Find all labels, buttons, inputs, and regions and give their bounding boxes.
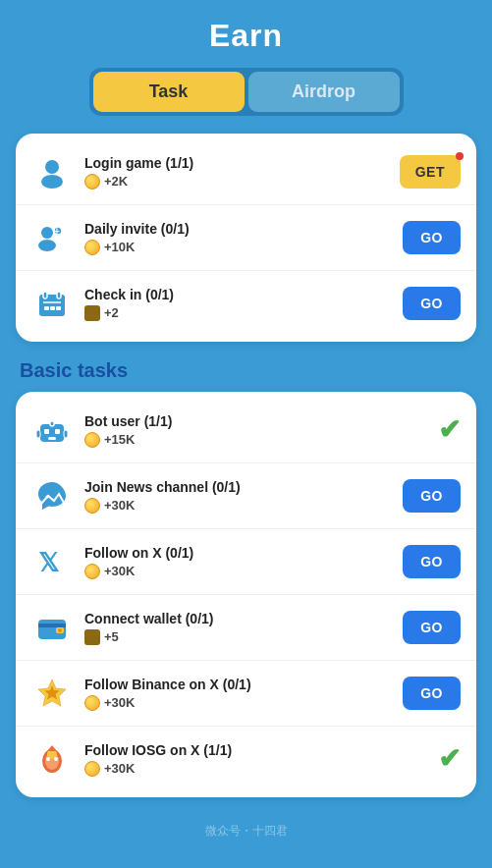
join-news-info: Join News channel (0/1) +30K bbox=[84, 479, 391, 514]
svg-point-2 bbox=[41, 227, 53, 239]
follow-iosg-reward: +30K bbox=[84, 761, 426, 777]
connect-wallet-go-button[interactable]: GO bbox=[403, 611, 461, 644]
check-in-info: Check in (0/1) +2 bbox=[84, 287, 391, 321]
daily-invite-go-button[interactable]: GO bbox=[403, 221, 461, 254]
coin-icon bbox=[84, 174, 100, 190]
bot-user-name: Bot user (1/1) bbox=[84, 413, 426, 429]
svg-point-34 bbox=[54, 757, 58, 761]
join-news-icon bbox=[31, 475, 73, 516]
coin-icon bbox=[84, 761, 100, 777]
svg-rect-20 bbox=[64, 430, 68, 438]
login-game-reward: +2K bbox=[84, 174, 388, 190]
tab-task[interactable]: Task bbox=[93, 72, 245, 112]
check-in-go-button[interactable]: GO bbox=[403, 287, 461, 320]
coin-icon bbox=[84, 695, 100, 711]
task-row-follow-binance: Follow Binance on X (0/1) +30K GO bbox=[16, 661, 476, 727]
svg-rect-14 bbox=[44, 429, 49, 434]
svg-point-3 bbox=[38, 240, 56, 251]
follow-binance-reward: +30K bbox=[84, 695, 391, 711]
join-news-name: Join News channel (0/1) bbox=[84, 479, 391, 495]
task-row-join-news: Join News channel (0/1) +30K GO bbox=[16, 463, 476, 529]
bot-user-reward: +15K bbox=[84, 432, 426, 448]
task-row-follow-iosg: Follow IOSG on X (1/1) +30K ✔ bbox=[16, 727, 476, 791]
task-row-bot-user: Bot user (1/1) +15K ✔ bbox=[16, 398, 476, 463]
login-game-name: Login game (1/1) bbox=[84, 155, 388, 171]
svg-point-0 bbox=[45, 160, 59, 174]
task-row-connect-wallet: Connect wallet (0/1) +5 GO bbox=[16, 595, 476, 661]
follow-iosg-name: Follow IOSG on X (1/1) bbox=[84, 742, 426, 758]
basic-tasks-title: Basic tasks bbox=[20, 359, 472, 382]
follow-x-name: Follow on X (0/1) bbox=[84, 545, 391, 561]
follow-x-reward: +30K bbox=[84, 564, 391, 579]
svg-rect-15 bbox=[55, 429, 60, 434]
coin-icon bbox=[84, 240, 100, 255]
bot-user-info: Bot user (1/1) +15K bbox=[84, 413, 426, 448]
login-game-get-button[interactable]: GET bbox=[400, 155, 461, 189]
check-in-icon bbox=[31, 283, 73, 324]
follow-binance-go-button[interactable]: GO bbox=[403, 677, 461, 710]
check-in-reward: +2 bbox=[84, 305, 391, 321]
daily-invite-icon: + bbox=[31, 217, 73, 258]
login-game-info: Login game (1/1) +2K bbox=[84, 155, 388, 190]
follow-binance-icon bbox=[31, 673, 73, 714]
svg-rect-12 bbox=[56, 306, 61, 310]
connect-wallet-name: Connect wallet (0/1) bbox=[84, 611, 391, 626]
login-game-icon bbox=[31, 151, 73, 192]
task-row-follow-x: 𝕏 Follow on X (0/1) +30K GO bbox=[16, 529, 476, 595]
svg-point-21 bbox=[46, 496, 49, 499]
svg-marker-32 bbox=[47, 745, 57, 751]
task-row-check-in: Check in (0/1) +2 GO bbox=[16, 271, 476, 336]
coin-icon bbox=[84, 564, 100, 579]
follow-x-go-button[interactable]: GO bbox=[403, 545, 461, 578]
page-title: Earn bbox=[0, 0, 492, 68]
connect-wallet-icon bbox=[31, 607, 73, 648]
svg-point-18 bbox=[50, 418, 54, 422]
svg-rect-11 bbox=[50, 306, 55, 310]
follow-binance-name: Follow Binance on X (0/1) bbox=[84, 677, 391, 692]
daily-invite-name: Daily invite (0/1) bbox=[84, 221, 391, 237]
follow-iosg-info: Follow IOSG on X (1/1) +30K bbox=[84, 742, 426, 777]
svg-rect-19 bbox=[36, 430, 40, 438]
task-row-login-game: Login game (1/1) +2K GET bbox=[16, 139, 476, 205]
svg-rect-10 bbox=[44, 306, 49, 310]
watermark: 微众号・十四君 bbox=[0, 815, 492, 851]
daily-tasks-card: Login game (1/1) +2K GET + Daily invite … bbox=[16, 134, 476, 342]
coin-icon bbox=[84, 498, 100, 514]
svg-rect-7 bbox=[43, 292, 47, 298]
tab-airdrop[interactable]: Airdrop bbox=[248, 72, 400, 112]
join-news-go-button[interactable]: GO bbox=[403, 479, 461, 513]
svg-point-26 bbox=[58, 628, 62, 632]
coin-icon bbox=[84, 432, 100, 448]
svg-point-1 bbox=[41, 175, 63, 189]
briefcase-icon bbox=[84, 629, 100, 645]
follow-x-info: Follow on X (0/1) +30K bbox=[84, 545, 391, 579]
bot-user-icon bbox=[31, 409, 73, 451]
follow-binance-info: Follow Binance on X (0/1) +30K bbox=[84, 677, 391, 711]
task-row-daily-invite: + Daily invite (0/1) +10K GO bbox=[16, 205, 476, 271]
svg-text:+: + bbox=[54, 226, 60, 237]
daily-invite-reward: +10K bbox=[84, 240, 391, 255]
tab-bar: Task Airdrop bbox=[89, 68, 404, 116]
svg-rect-16 bbox=[48, 437, 56, 440]
basic-tasks-card: Bot user (1/1) +15K ✔ Join News channel … bbox=[16, 392, 476, 797]
svg-rect-8 bbox=[57, 292, 61, 298]
connect-wallet-info: Connect wallet (0/1) +5 bbox=[84, 611, 391, 645]
connect-wallet-reward: +5 bbox=[84, 629, 391, 645]
follow-iosg-check: ✔ bbox=[438, 745, 461, 773]
follow-iosg-icon bbox=[31, 738, 73, 780]
check-in-name: Check in (0/1) bbox=[84, 287, 391, 302]
follow-x-icon: 𝕏 bbox=[31, 541, 73, 582]
svg-text:𝕏: 𝕏 bbox=[38, 548, 60, 577]
join-news-reward: +30K bbox=[84, 498, 391, 514]
briefcase-icon bbox=[84, 305, 100, 321]
bot-user-check: ✔ bbox=[438, 416, 461, 444]
svg-point-33 bbox=[46, 757, 50, 761]
svg-rect-24 bbox=[38, 624, 66, 627]
daily-invite-info: Daily invite (0/1) +10K bbox=[84, 221, 391, 255]
